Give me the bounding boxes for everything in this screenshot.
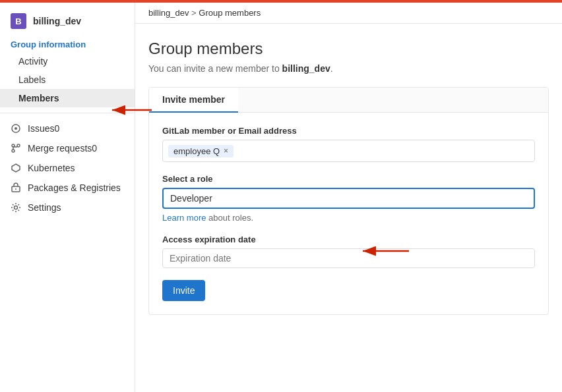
invite-card: Invite member GitLab member or Email add… (148, 87, 549, 315)
main-content: billing_dev > Group members Group member… (135, 3, 562, 392)
sidebar: B billing_dev Group information Activity… (0, 3, 135, 392)
member-tag: employee Q × (168, 145, 234, 157)
settings-icon (11, 202, 21, 213)
svg-point-4 (17, 144, 20, 147)
breadcrumb: billing_dev > Group members (135, 3, 562, 24)
page-title: Group members (148, 40, 549, 58)
role-label: Select a role (162, 174, 535, 184)
sidebar-nav-settings[interactable]: Settings (0, 198, 135, 217)
merge-badge: 0 (92, 143, 97, 154)
merge-icon (11, 143, 21, 154)
subtitle-prefix: You can invite a new member to (148, 63, 282, 74)
kubernetes-icon (11, 163, 21, 173)
sidebar-members-label: Members (18, 93, 59, 103)
role-select[interactable]: Developer (162, 188, 535, 209)
page-subtitle: You can invite a new member to billing_d… (148, 63, 549, 74)
date-label: Access expiration date (162, 235, 535, 244)
svg-point-1 (15, 127, 17, 130)
content-area: Group members You can invite a new membe… (135, 24, 562, 331)
member-email-group: GitLab member or Email address employee … (162, 126, 535, 162)
tag-close-button[interactable]: × (224, 146, 228, 155)
merge-requests-label: Merge requests (28, 143, 92, 154)
help-text-suffix: about roles. (206, 213, 253, 223)
subtitle-suffix: . (330, 63, 333, 74)
sidebar-nav-packages[interactable]: Packages & Registries (0, 178, 135, 198)
sidebar-activity-label: Activity (18, 56, 47, 67)
subtitle-bold: billing_dev (282, 63, 330, 74)
date-input[interactable] (162, 248, 535, 268)
breadcrumb-current: Group members (199, 8, 261, 18)
invite-button[interactable]: Invite (162, 280, 205, 301)
sidebar-divider (0, 113, 135, 113)
group-avatar: B (11, 13, 26, 29)
sidebar-item-activity[interactable]: Activity (0, 52, 135, 70)
packages-icon (11, 182, 21, 193)
role-group: Select a role Developer Learn more about… (162, 174, 535, 223)
breadcrumb-separator: > (191, 8, 197, 18)
svg-point-3 (12, 150, 15, 152)
card-body: GitLab member or Email address employee … (149, 113, 548, 314)
sidebar-group-header[interactable]: B billing_dev (0, 8, 135, 34)
sidebar-nav-merge-requests[interactable]: Merge requests 0 (0, 138, 135, 158)
sidebar-section-group-info[interactable]: Group information (0, 34, 135, 52)
sidebar-group-name: billing_dev (33, 16, 81, 26)
role-help-text: Learn more about roles. (162, 213, 535, 223)
tag-value: employee Q (173, 146, 220, 156)
date-group: Access expiration date (162, 235, 535, 268)
breadcrumb-parent[interactable]: billing_dev (148, 8, 189, 18)
svg-marker-5 (12, 164, 20, 172)
sidebar-nav-kubernetes[interactable]: Kubernetes (0, 158, 135, 178)
member-email-input[interactable]: employee Q × (162, 140, 535, 162)
sidebar-nav-issues[interactable]: Issues 0 (0, 119, 135, 138)
card-tabs: Invite member (149, 88, 548, 113)
svg-point-8 (15, 206, 18, 210)
sidebar-item-labels[interactable]: Labels (0, 70, 135, 89)
packages-label: Packages & Registries (28, 182, 121, 193)
tab-invite-member[interactable]: Invite member (149, 88, 238, 113)
sidebar-item-members[interactable]: Members (0, 89, 135, 107)
issues-badge: 0 (54, 123, 59, 134)
settings-label: Settings (28, 202, 61, 213)
learn-more-link[interactable]: Learn more (162, 213, 206, 223)
issues-label: Issues (28, 123, 54, 134)
sidebar-labels-label: Labels (18, 74, 46, 85)
member-email-label: GitLab member or Email address (162, 126, 535, 136)
issues-icon (11, 123, 21, 134)
kubernetes-label: Kubernetes (28, 163, 75, 173)
